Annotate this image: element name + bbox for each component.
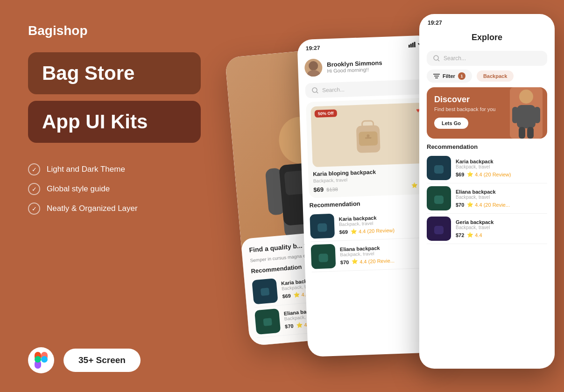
discover-card: Discover Find best backpack for you Lets… [427,87,547,139]
mid-rec-info-1: Karia backpack Backpack, travel $69 ⭐ 4.… [338,213,432,235]
hero-badge-2: App UI Kits [28,101,201,143]
brand-title: Bagishop [28,23,201,38]
figma-logo [28,347,54,373]
svg-point-23 [309,61,318,71]
svg-rect-14 [261,284,268,288]
backpack-tag[interactable]: Backpack [477,70,514,82]
svg-rect-34 [317,223,327,232]
feature-label-3: Neatly & Organized Layer [47,204,138,213]
user-info: Brooklyn Simmons Hi Good morning!! [327,59,382,73]
phones-container: Find a quality b... fits your n... Sempe… [200,0,564,392]
front-rec-item-1: Karia backpack Backpack, travel $69 ⭐ 4.… [427,153,547,183]
mid-price-old: $138 [326,186,338,192]
filter-row: Filter 1 Backpack [427,70,547,83]
svg-rect-29 [359,131,378,146]
feature-label-2: Global style guide [47,184,110,194]
mid-search-bar[interactable]: Search... [305,79,428,98]
front-rec-thumb-2 [427,186,451,210]
screen-count-label: 35+ Screen [78,355,126,365]
svg-rect-20 [410,44,412,48]
mid-discount-badge: 50% Off [315,109,337,118]
svg-rect-51 [434,165,444,174]
front-search-placeholder: Search... [444,55,466,62]
svg-rect-47 [519,127,525,139]
front-rec-price-1: $69 [456,172,464,177]
hero-badge-1: Bag Store [28,52,201,94]
mid-rec-thumb-1 [310,214,335,239]
svg-rect-4 [35,356,41,363]
svg-rect-46 [534,107,540,123]
svg-rect-19 [409,45,410,48]
front-rec-item-3: Geria backpack Backpack, travel $72 ⭐ 4.… [427,214,547,244]
mid-rec-item-2: Eliana backpack Backpack, travel $70 ⭐ 4… [310,238,434,272]
mid-price-new: $69 [313,186,324,193]
svg-point-24 [307,70,321,77]
left-panel: Bagishop Bag Store App UI Kits ✓ Light a… [0,0,224,392]
discover-person-img [510,87,543,139]
phone-front: 19:27 Explore Search... Filter 1 Backpac… [419,14,555,369]
front-rec-cat-2: Backpack, travel [456,195,547,200]
front-rec-name-3: Geria backpack [456,219,547,225]
front-rec-info-1: Karia backpack Backpack, travel $69 ⭐ 4.… [456,159,547,177]
front-rec-cat-1: Backpack, travel [456,164,547,169]
svg-line-39 [438,60,439,61]
mid-product-img: 50% Off ♥ [310,103,425,167]
svg-rect-33 [318,217,326,223]
front-rec-thumb-3 [427,217,451,241]
svg-point-43 [519,90,533,104]
feature-item-2: ✓ Global style guide [28,183,201,195]
svg-line-26 [317,92,318,93]
back-rec-price-2: $70 [285,323,294,329]
check-icon-1: ✓ [28,163,40,175]
hero-text-2: App UI Kits [42,111,187,133]
user-row: Brooklyn Simmons Hi Good morning!! [304,50,427,81]
svg-rect-56 [435,220,443,225]
features-list: ✓ Light and Dark Theme ✓ Global style gu… [28,163,201,215]
front-rec-cat-3: Backpack, travel [456,225,547,230]
svg-rect-18 [263,318,272,326]
back-rec-thumb-2 [254,308,281,335]
svg-rect-54 [434,196,444,204]
screen-count-badge: 35+ Screen [63,349,141,372]
svg-point-38 [434,56,438,60]
check-icon-2: ✓ [28,183,40,195]
mid-price-row: $69 $138 [313,185,338,193]
mid-rec-title: Recommendation [309,197,431,209]
explore-title: Explore [427,29,547,48]
user-avatar [304,58,323,77]
svg-rect-30 [365,137,372,139]
filter-count-badge: 1 [458,72,465,80]
filter-label: Filter [443,73,455,79]
front-rec-thumb-1 [427,156,451,180]
front-rec-name-1: Karia backpack [456,159,547,164]
svg-rect-48 [527,127,534,139]
svg-rect-44 [517,105,536,128]
mid-rec-thumb-2 [311,244,336,269]
front-rec-rating-3: ⭐ 4.4 [467,232,482,238]
front-rec-info-3: Geria backpack Backpack, travel $72 ⭐ 4.… [456,219,547,238]
svg-rect-3 [41,356,48,363]
check-icon-3: ✓ [28,203,40,215]
filter-button[interactable]: Filter 1 [427,70,472,83]
front-rec-price-3: $72 [456,232,464,238]
svg-rect-15 [261,287,269,296]
svg-rect-57 [434,226,444,234]
mid-search-placeholder: Search... [322,86,345,94]
front-search-bar[interactable]: Search... [427,51,547,66]
lets-go-button[interactable]: Lets Go [434,118,468,129]
svg-rect-45 [512,107,518,123]
front-rec-title: Recommendation [427,143,547,150]
front-rec-rating-2: ⭐ 4.4 (20 Revie... [467,202,510,208]
svg-point-25 [312,88,317,92]
front-rec-info-2: Eliana backpack Backpack, travel $70 ⭐ 4… [456,189,547,208]
front-rec-name-2: Eliana backpack [456,189,547,195]
mid-time: 19:27 [306,45,320,52]
front-rec-item-2: Eliana backpack Backpack, travel $70 ⭐ 4… [427,183,547,214]
svg-rect-50 [435,160,443,164]
svg-rect-22 [414,42,416,47]
hero-text-1: Bag Store [42,63,187,84]
mid-rec-item-1: Karia backpack Backpack, travel $69 ⭐ 4.… [310,207,433,242]
svg-rect-21 [412,43,414,48]
svg-rect-37 [318,253,328,262]
svg-rect-53 [435,190,443,195]
